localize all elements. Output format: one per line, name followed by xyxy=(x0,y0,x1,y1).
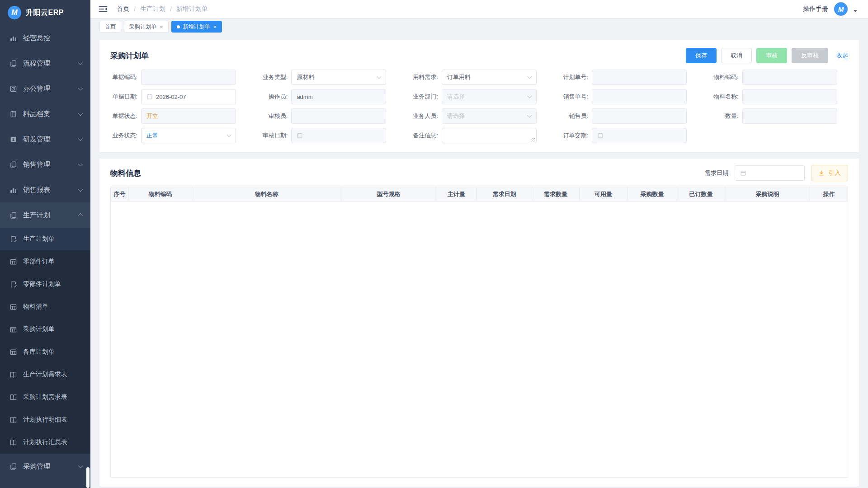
unaudit-button[interactable]: 反审核 xyxy=(792,48,828,63)
chevron-up-icon xyxy=(78,213,83,218)
column-header-material-name: 物料名称 xyxy=(192,187,341,201)
close-icon[interactable] xyxy=(213,24,217,30)
sidebar-item-purchase-plan-order[interactable]: 采购计划单 xyxy=(0,318,90,341)
field-value: 正常 xyxy=(146,131,158,140)
top-header: 首页 生产计划 新增计划单 操作手册 M xyxy=(90,0,868,18)
use-demand-select[interactable]: 订单用料 xyxy=(442,70,537,85)
sidebar-item-production-plan-demand-report[interactable]: 生产计划需求表 xyxy=(0,363,90,386)
sidebar-item-office-management[interactable]: 办公管理 xyxy=(0,76,90,101)
topbar-right: 操作手册 M xyxy=(803,2,857,16)
sidebar-item-process-management[interactable]: 流程管理 xyxy=(0,51,90,76)
sidebar-item-purchase-management[interactable]: 采购管理 xyxy=(0,454,90,479)
field-placeholder: 请选择 xyxy=(447,112,465,120)
sidebar-item-label: 生产计划 xyxy=(23,211,50,220)
tab-label: 采购计划单 xyxy=(129,23,156,31)
quantity-label: 数量: xyxy=(703,112,742,120)
breadcrumb-home[interactable]: 首页 xyxy=(117,5,129,13)
sidebar-submenu-production-planning: 生产计划单 零部件订单 零部件计划单 物料清单 采购计划单 备库计划单 xyxy=(0,228,90,454)
sidebar-scrollbar-thumb[interactable] xyxy=(86,467,90,488)
close-icon[interactable] xyxy=(160,24,163,30)
app-logo-icon: M xyxy=(8,6,21,19)
demand-date-picker[interactable] xyxy=(735,165,805,181)
menu-fold-icon[interactable] xyxy=(99,5,108,13)
column-header-purchase-note: 采购说明 xyxy=(725,187,810,201)
resize-handle-icon[interactable] xyxy=(531,138,535,142)
sidebar-item-label: 流程管理 xyxy=(23,59,50,68)
tab-purchase-plan-order[interactable]: 采购计划单 xyxy=(124,21,169,33)
sidebar-item-production-planning[interactable]: 生产计划 xyxy=(0,202,90,228)
bar-chart-icon xyxy=(9,34,17,42)
sidebar-item-label: 采购计划单 xyxy=(23,325,55,333)
tab-label: 首页 xyxy=(105,23,116,31)
biz-type-label: 业务类型: xyxy=(251,73,291,81)
column-header-purchase-qty: 采购数量 xyxy=(627,187,677,201)
operator-field: admin xyxy=(291,89,386,104)
user-manual-link[interactable]: 操作手册 xyxy=(803,5,828,13)
empty-cell xyxy=(703,128,853,143)
app-title: 升阳云ERP xyxy=(26,8,64,18)
sidebar-item-label: 生产计划需求表 xyxy=(23,371,67,379)
biz-dept-select: 请选择 xyxy=(442,89,537,104)
chevron-down-icon xyxy=(78,60,83,65)
chevron-down-icon xyxy=(227,133,231,137)
sidebar-item-material-archives[interactable]: 料品档案 xyxy=(0,101,90,127)
sidebar-item-parts-order[interactable]: 零部件订单 xyxy=(0,250,90,273)
chevron-down-icon xyxy=(78,111,83,116)
sidebar-item-rd-management[interactable]: 研发管理 xyxy=(0,127,90,152)
chevron-down-icon xyxy=(377,75,382,79)
column-header-main-unit: 主计量 xyxy=(436,187,477,201)
doc-code-field xyxy=(141,70,236,85)
notebook-icon xyxy=(9,110,17,118)
chevron-down-icon xyxy=(78,187,83,192)
audit-button[interactable]: 审核 xyxy=(756,48,787,63)
biz-status-select[interactable]: 正常 xyxy=(141,128,236,143)
sidebar-item-sales-reports[interactable]: 销售报表 xyxy=(0,177,90,202)
doc-date-picker[interactable]: 2026-02-07 xyxy=(141,89,236,104)
import-button[interactable]: 引入 xyxy=(811,165,848,181)
sidebar-item-business-overview[interactable]: 经营总控 xyxy=(0,25,90,51)
materials-toolbar: 需求日期 引入 xyxy=(705,165,848,181)
status-badge: 开立 xyxy=(146,112,158,120)
sidebar-item-workshop-settings[interactable]: 车间设置 xyxy=(0,479,90,488)
sidebar-item-production-plan-order[interactable]: 生产计划单 xyxy=(0,228,90,250)
page-content: 采购计划单 保存 取消 审核 反审核 收起 单据编码: xyxy=(90,33,868,487)
sidebar-item-purchase-plan-demand-report[interactable]: 采购计划需求表 xyxy=(0,386,90,408)
copy-document-icon xyxy=(9,211,17,219)
sidebar-item-label: 计划执行明细表 xyxy=(23,416,67,424)
save-button[interactable]: 保存 xyxy=(686,48,717,63)
sidebar-item-plan-execution-detail-report[interactable]: 计划执行明细表 xyxy=(0,408,90,431)
sidebar-item-stock-plan-order[interactable]: 备库计划单 xyxy=(0,341,90,363)
sales-no-label: 销售单号: xyxy=(552,93,592,101)
collapse-link[interactable]: 收起 xyxy=(836,52,848,60)
page-title: 采购计划单 xyxy=(110,51,149,61)
active-dot-icon xyxy=(177,25,180,28)
sidebar-item-parts-plan-order[interactable]: 零部件计划单 xyxy=(0,273,90,296)
sidebar-item-sales-management[interactable]: 销售管理 xyxy=(0,152,90,177)
sidebar-item-label: 零部件订单 xyxy=(23,258,55,266)
sidebar-item-label: 物料清单 xyxy=(23,303,48,311)
biz-person-select: 请选择 xyxy=(442,108,537,124)
avatar[interactable]: M xyxy=(834,2,848,16)
breadcrumb-production-planning[interactable]: 生产计划 xyxy=(140,5,165,13)
chevron-down-icon xyxy=(527,75,532,79)
sidebar-item-label: 生产计划单 xyxy=(23,235,55,243)
doc-code-label: 单据编码: xyxy=(101,73,141,81)
materials-header: 物料信息 需求日期 引入 xyxy=(110,159,848,187)
biz-type-select[interactable]: 原材料 xyxy=(291,70,386,85)
chevron-down-icon xyxy=(527,94,532,99)
form-actions: 保存 取消 审核 反审核 收起 xyxy=(686,48,848,63)
app-logo: M 升阳云ERP xyxy=(0,0,90,25)
sidebar-item-plan-execution-summary-report[interactable]: 计划执行汇总表 xyxy=(0,431,90,454)
sidebar-item-material-list[interactable]: 物料清单 xyxy=(0,296,90,318)
caret-down-icon[interactable] xyxy=(854,10,857,12)
tab-home[interactable]: 首页 xyxy=(99,21,121,33)
field-value: 订单用料 xyxy=(447,73,471,81)
biz-person-label: 业务人员: xyxy=(402,112,442,120)
remark-textarea[interactable] xyxy=(442,128,537,143)
tab-new-plan-order[interactable]: 新增计划单 xyxy=(171,21,222,33)
material-code-label: 物料编码: xyxy=(703,73,742,81)
document-edit-icon xyxy=(9,235,17,243)
cancel-button[interactable]: 取消 xyxy=(721,48,752,63)
order-due-picker xyxy=(592,128,687,143)
open-book-icon xyxy=(9,416,17,424)
